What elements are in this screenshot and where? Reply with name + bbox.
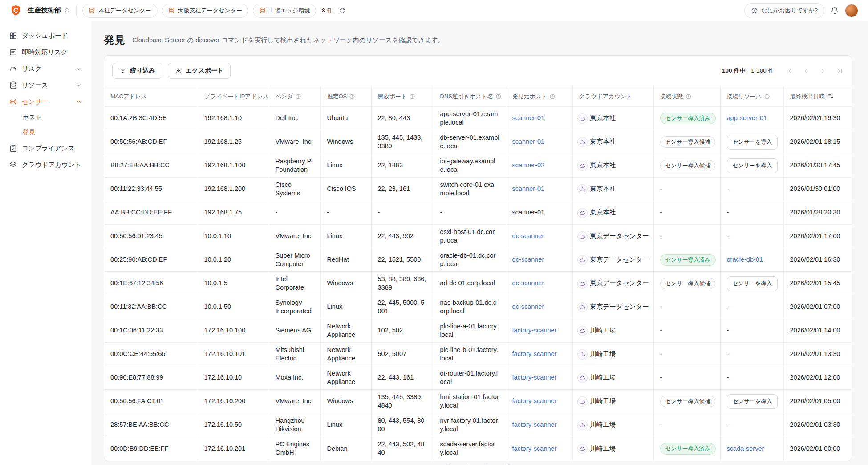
sidebar-item-urgent-risk[interactable]: 即時対応リスク: [4, 44, 86, 61]
export-button[interactable]: エクスポート: [168, 63, 231, 79]
install-sensor-button[interactable]: センサーを導入: [727, 276, 778, 291]
cell-connection-status: -: [653, 319, 720, 343]
sensor-candidate-badge: センサー導入候補: [660, 160, 716, 172]
discovered-by-link[interactable]: scanner-01: [512, 114, 545, 121]
cloud-icon: [577, 420, 588, 430]
cell-private-ip: 10.0.1.20: [198, 248, 269, 272]
cell-private-ip: 10.0.1.10: [198, 225, 269, 248]
install-sensor-button[interactable]: センサーを導入: [727, 394, 778, 409]
sidebar-item-cloud-account[interactable]: クラウドアカウント: [4, 157, 86, 173]
cloud-icon: [577, 326, 588, 336]
sidebar: ダッシュボード即時対応リスクリスクリソースセンサーホスト発見コンプライアンスクラ…: [0, 21, 91, 465]
first-page-icon[interactable]: [445, 463, 452, 465]
cell-vendor: Siemens AG: [269, 319, 320, 343]
discovered-by-link[interactable]: scanner-01: [512, 138, 545, 145]
cell-discovered-by: scanner-01: [506, 107, 572, 130]
column-label: MACアドレス: [110, 93, 147, 100]
column-header-last-detected[interactable]: 最終検出日時: [783, 86, 852, 107]
cell-cloud-account: 東京本社: [572, 130, 653, 154]
last-page-icon[interactable]: [836, 67, 844, 75]
connected-resource-link[interactable]: app-server-01: [727, 114, 767, 121]
prev-page-icon[interactable]: [802, 67, 810, 75]
filter-button[interactable]: 絞り込み: [112, 63, 162, 79]
sidebar-item-resource[interactable]: リソース: [4, 77, 86, 93]
cell-private-ip: 172.16.10.10: [198, 366, 269, 390]
sidebar-item-dashboard[interactable]: ダッシュボード: [4, 28, 86, 44]
cell-vendor: Super Micro Computer: [269, 248, 320, 272]
discovered-by-link[interactable]: factory-scanner: [512, 421, 557, 428]
sidebar-subitem-discovery[interactable]: 発見: [4, 125, 86, 140]
first-page-icon[interactable]: [785, 67, 793, 75]
discovered-by-link[interactable]: dc-scanner: [512, 232, 544, 239]
cell-mac: 00:50:56:01:23:45: [104, 225, 198, 248]
connected-resource-link[interactable]: scada-server: [727, 445, 764, 452]
workspace-tag[interactable]: 本社データセンター: [82, 4, 158, 18]
cell-vendor: Dell Inc.: [269, 107, 320, 130]
cell-os: Linux: [320, 225, 371, 248]
cloud-icon: [577, 137, 588, 147]
cell-last-detected: 2026/02/01 15:45: [783, 272, 852, 295]
help-button[interactable]: なにかお困りですか?: [744, 3, 824, 18]
next-page-icon[interactable]: [819, 67, 827, 75]
sidebar-item-compliance[interactable]: コンプライアンス: [4, 140, 86, 157]
cell-open-ports: 22, 23, 161: [371, 178, 434, 201]
risk-gauge-icon: [9, 65, 17, 73]
cell-discovered-by: factory-scanner: [506, 390, 572, 413]
sidebar-item-sensor[interactable]: センサー: [4, 93, 86, 110]
discovered-by-link[interactable]: scanner-01: [512, 185, 545, 192]
workspace-tag[interactable]: 工場エッジ環境: [253, 4, 316, 18]
cell-open-ports: 22, 443, 502, 4840: [371, 437, 434, 461]
discovered-by-link[interactable]: factory-scanner: [512, 445, 557, 452]
install-sensor-button[interactable]: センサーを導入: [727, 158, 778, 173]
cell-connection-status: -: [653, 343, 720, 366]
cell-vendor: Synology Incorporated: [269, 295, 320, 319]
sidebar-subitem-host[interactable]: ホスト: [4, 110, 86, 125]
sidebar-item-label: リスク: [22, 65, 42, 73]
discovered-by-link[interactable]: dc-scanner: [512, 303, 544, 310]
install-sensor-button[interactable]: センサーを導入: [727, 135, 778, 150]
cloud-account: 東京データセンター: [577, 302, 650, 312]
connected-resource-link[interactable]: oracle-db-01: [727, 256, 763, 263]
column-label: 発見元ホスト: [512, 93, 548, 100]
cloud-icon: [577, 279, 588, 289]
cell-private-ip: 10.0.1.50: [198, 295, 269, 319]
cell-open-ports: 22, 80, 443: [371, 107, 434, 130]
avatar[interactable]: [845, 4, 858, 17]
cell-discovered-by: factory-scanner: [506, 413, 572, 437]
discovered-by-link[interactable]: dc-scanner: [512, 279, 544, 287]
workspace-tags: 本社データセンター大阪支社データセンター工場エッジ環境: [82, 4, 316, 18]
discovery-table: MACアドレスプライベートIPアドレスベンダ推定OS開放ポートDNS逆引きホスト…: [104, 86, 852, 461]
discovered-by-link[interactable]: factory-scanner: [512, 397, 557, 404]
sidebar-item-label: リソース: [22, 81, 48, 89]
refresh-icon[interactable]: [339, 7, 346, 14]
discovered-by-link[interactable]: dc-scanner: [512, 256, 544, 263]
org-selector[interactable]: 生産技術部: [28, 6, 70, 15]
sidebar-item-risk[interactable]: リスク: [4, 61, 86, 77]
cell-discovered-by: scanner-01: [506, 201, 572, 225]
discovered-by-link[interactable]: scanner-02: [512, 162, 545, 169]
workspace-tag-label: 工場エッジ環境: [269, 7, 310, 15]
table-row: 00:1A:2B:3C:4D:5E192.168.1.10Dell Inc.Ub…: [104, 107, 852, 130]
workspace-tag[interactable]: 大阪支社データセンター: [162, 4, 249, 18]
org-name: 生産技術部: [28, 6, 61, 15]
last-page-icon[interactable]: [504, 463, 511, 465]
table-row: 00:0C:CE:44:55:66172.16.10.101Mitsubishi…: [104, 343, 852, 366]
sensor-candidate-badge: センサー導入候補: [660, 136, 716, 148]
sidebar-item-label: センサー: [22, 97, 48, 106]
bell-icon[interactable]: [830, 6, 839, 15]
info-icon: [295, 93, 301, 100]
cell-last-detected: 2026/02/01 05:00: [783, 390, 852, 413]
prev-page-icon[interactable]: [465, 463, 472, 465]
discovered-by-link[interactable]: factory-scanner: [512, 350, 557, 357]
cell-open-ports: 53, 88, 389, 636, 3389: [371, 272, 434, 295]
info-icon: [495, 93, 502, 100]
next-page-icon[interactable]: [484, 463, 491, 465]
cloud-account: 川崎工場: [577, 420, 650, 430]
cell-dns-hostname: scada-server.factory.local: [434, 437, 506, 461]
cell-last-detected: 2026/01/30 01:00: [783, 178, 852, 201]
layers-icon: [9, 161, 17, 169]
discovered-by-link[interactable]: factory-scanner: [512, 374, 557, 381]
discovered-by-link[interactable]: factory-scanner: [512, 327, 557, 334]
cell-private-ip: 192.168.1.75: [198, 201, 269, 225]
cell-vendor: Intel Corporate: [269, 272, 320, 295]
